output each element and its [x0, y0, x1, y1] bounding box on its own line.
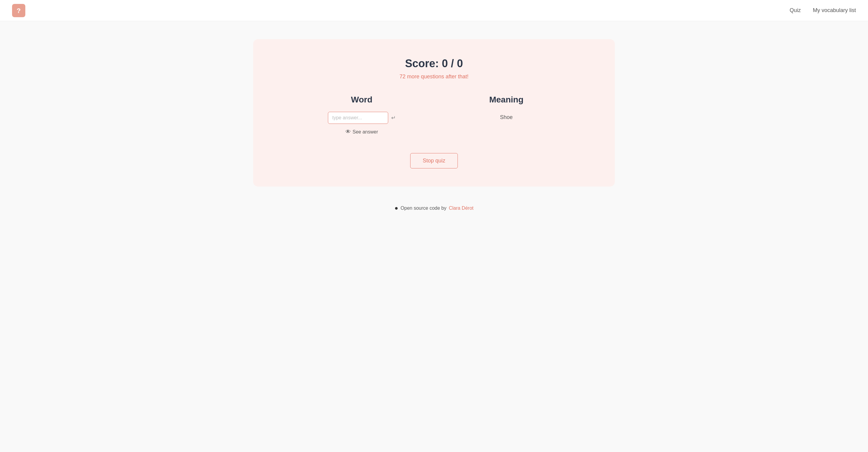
page-footer: ● Open source code by Clara Dérot — [395, 204, 473, 212]
quiz-body: Word ↵ 👁 See answer Meaning Shoe — [277, 95, 591, 135]
logo-icon: ? — [12, 4, 25, 17]
nav-quiz-link[interactable]: Quiz — [789, 7, 801, 13]
logo-container[interactable]: ? — [12, 4, 25, 17]
footer-prefix: Open source code by — [401, 205, 446, 211]
stop-quiz-button[interactable]: Stop quiz — [410, 153, 458, 168]
main-nav: Quiz My vocabulary list — [789, 7, 856, 13]
github-icon: ● — [395, 204, 398, 212]
meaning-column: Meaning Shoe — [446, 95, 567, 135]
nav-vocab-link[interactable]: My vocabulary list — [813, 7, 856, 13]
score-subtitle: 72 more questions after that! — [399, 73, 468, 80]
column-divider — [422, 95, 446, 135]
meaning-column-header: Meaning — [489, 95, 524, 104]
see-answer-label: See answer — [352, 129, 378, 135]
app-header: ? Quiz My vocabulary list — [0, 0, 868, 21]
eye-icon: 👁 — [345, 129, 351, 135]
score-display: Score: 0 / 0 — [405, 57, 463, 70]
enter-icon[interactable]: ↵ — [391, 115, 396, 121]
word-column: Word ↵ 👁 See answer — [301, 95, 422, 135]
word-column-header: Word — [351, 95, 372, 104]
answer-input[interactable] — [328, 112, 388, 124]
main-content: Score: 0 / 0 72 more questions after tha… — [0, 21, 868, 230]
author-link[interactable]: Clara Dérot — [449, 205, 473, 211]
meaning-value: Shoe — [500, 114, 513, 121]
quiz-card: Score: 0 / 0 72 more questions after tha… — [253, 39, 615, 187]
see-answer-button[interactable]: 👁 See answer — [345, 129, 378, 135]
answer-input-row: ↵ — [328, 112, 396, 124]
svg-text:?: ? — [17, 7, 21, 14]
